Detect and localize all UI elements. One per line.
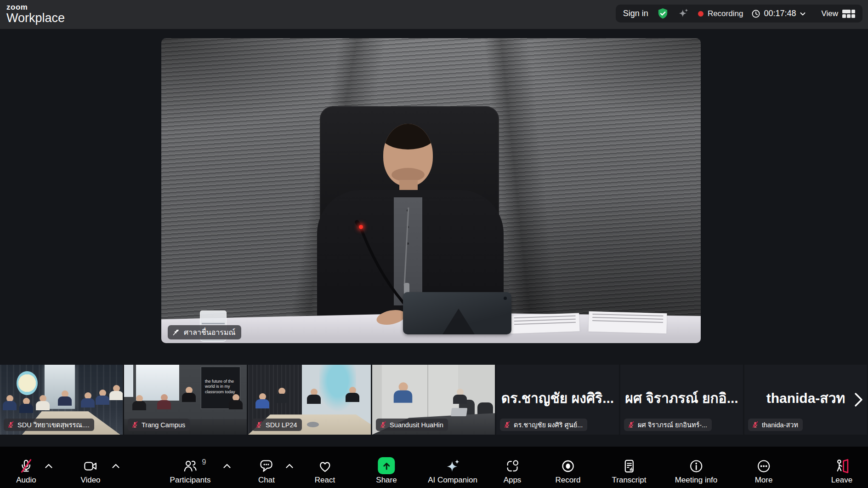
participant-name-tag: SDU วิทยาเขตสุพรรณ.... xyxy=(4,419,94,431)
filmstrip-scroll-right-button[interactable] xyxy=(851,390,866,410)
apps-button[interactable]: Apps xyxy=(504,457,522,485)
ai-companion-label: AI Companion xyxy=(428,476,477,485)
react-label: React xyxy=(315,476,335,485)
meeting-info-button[interactable]: Meeting info xyxy=(675,457,718,485)
participant-tile[interactable]: Suandusit HuaHin xyxy=(372,365,495,435)
participant-tile[interactable]: SDU LP24 xyxy=(248,365,371,435)
recording-indicator: Recording xyxy=(698,9,743,18)
speaker-name-tag: ศาลาชื่นอารมณ์ xyxy=(168,325,241,339)
share-label: Share xyxy=(376,476,397,485)
view-button[interactable]: View xyxy=(821,9,855,18)
chat-options-chevron[interactable] xyxy=(285,462,294,471)
chevron-right-icon xyxy=(853,392,864,408)
participant-name: ผศ จิราภรณ์ ยกอินทร์-... xyxy=(638,419,707,430)
pin-icon xyxy=(172,329,180,336)
ai-companion-sparkle-icon[interactable] xyxy=(677,7,690,20)
heart-icon xyxy=(317,457,333,474)
recording-dot-icon xyxy=(698,11,703,17)
top-controls-pill: Sign in Recording 00:17:48 xyxy=(616,5,862,23)
paper-document xyxy=(510,313,579,333)
audio-options-chevron[interactable] xyxy=(45,462,53,471)
transcript-icon xyxy=(621,457,637,474)
meeting-timer[interactable]: 00:17:48 xyxy=(751,9,806,18)
participants-label: Participants xyxy=(170,476,211,485)
participant-display-name: ดร.ชาญชัย ผงศิริ... xyxy=(496,387,619,409)
participant-name: thanida-สวท xyxy=(762,419,798,430)
participant-tile[interactable]: SDU วิทยาเขตสุพรรณ.... xyxy=(0,365,123,435)
transcript-label: Transcript xyxy=(612,476,647,485)
leave-door-icon xyxy=(834,457,850,474)
view-label: View xyxy=(821,9,838,18)
participant-name: Suandusit HuaHin xyxy=(390,421,443,429)
react-button[interactable]: React xyxy=(315,457,335,485)
apps-icon xyxy=(505,457,521,474)
record-icon xyxy=(560,457,576,474)
ellipsis-icon xyxy=(755,457,772,474)
participant-tile[interactable]: the future of the world is in my classro… xyxy=(124,365,247,435)
transcript-button[interactable]: Transcript xyxy=(612,457,647,485)
meeting-toolbar: Audio Video 9 Participants xyxy=(0,447,868,488)
participant-name: SDU LP24 xyxy=(266,421,297,429)
logo-workplace-text: Workplace xyxy=(6,12,65,24)
more-label: More xyxy=(755,476,773,485)
video-label: Video xyxy=(80,476,100,485)
participant-tile[interactable]: thanida-สวท thanida-สวท xyxy=(744,365,867,435)
gallery-grid-icon xyxy=(842,10,855,18)
participant-name-tag: thanida-สวท xyxy=(748,419,803,431)
recording-label: Recording xyxy=(708,9,743,18)
main-speaker-video: ศาลาชื่นอารมณ์ xyxy=(161,38,701,343)
participant-name-tag: ผศ จิราภรณ์ ยกอินทร์-... xyxy=(624,419,712,431)
zoom-workplace-logo: zoom Workplace xyxy=(6,3,65,24)
chevron-down-icon[interactable] xyxy=(799,10,806,17)
leave-label: Leave xyxy=(831,476,852,485)
mic-muted-icon xyxy=(18,457,34,474)
tablet-device xyxy=(403,292,511,334)
ai-companion-button[interactable]: AI Companion xyxy=(428,457,477,485)
participant-name-tag: Suandusit HuaHin xyxy=(376,419,448,431)
sign-in-button[interactable]: Sign in xyxy=(623,9,648,18)
mic-muted-icon xyxy=(131,421,138,428)
camera-icon xyxy=(83,457,99,474)
participants-button[interactable]: 9 Participants xyxy=(170,457,211,485)
record-label: Record xyxy=(556,476,581,485)
participant-name-tag: SDU LP24 xyxy=(252,419,302,431)
top-bar: zoom Workplace Sign in Recording xyxy=(0,0,868,29)
participant-name: ดร.ชาญชัย ผงศิริ ศูนย์... xyxy=(514,419,583,430)
chat-label: Chat xyxy=(258,476,275,485)
more-button[interactable]: More xyxy=(755,457,773,485)
audio-label: Audio xyxy=(16,476,36,485)
audio-button[interactable]: Audio xyxy=(16,457,36,485)
mic-muted-icon xyxy=(7,421,14,428)
mic-muted-icon xyxy=(255,421,262,428)
record-button[interactable]: Record xyxy=(556,457,581,485)
participants-icon: 9 xyxy=(182,457,198,474)
microphone-red-light xyxy=(359,225,363,229)
paper-document xyxy=(588,311,667,333)
speaker-name: ศาลาชื่นอารมณ์ xyxy=(184,327,235,338)
video-options-chevron[interactable] xyxy=(112,462,120,471)
leave-button[interactable]: Leave xyxy=(831,457,852,485)
share-button[interactable]: Share xyxy=(376,457,397,485)
video-button[interactable]: Video xyxy=(80,457,100,485)
mic-muted-icon xyxy=(628,421,635,428)
participants-options-chevron[interactable] xyxy=(223,462,231,471)
chat-bubble-icon xyxy=(258,457,274,474)
participant-name: SDU วิทยาเขตสุพรรณ.... xyxy=(17,419,90,430)
info-icon xyxy=(688,457,704,474)
meeting-info-label: Meeting info xyxy=(675,476,718,485)
participant-filmstrip: SDU วิทยาเขตสุพรรณ.... the future of the… xyxy=(0,365,868,435)
chat-button[interactable]: Chat xyxy=(258,457,275,485)
logo-zoom-text: zoom xyxy=(6,3,65,11)
participant-display-name: thanida-สวท xyxy=(744,387,867,409)
participant-tile[interactable]: ผศ จิราภรณ์ ยกอิ... ผศ จิราภรณ์ ยกอินทร์… xyxy=(620,365,743,435)
participant-name-tag: Trang Campus xyxy=(128,419,190,431)
participant-display-name: ผศ จิราภรณ์ ยกอิ... xyxy=(620,387,743,409)
participants-count-badge: 9 xyxy=(202,458,206,466)
apps-label: Apps xyxy=(504,476,522,485)
share-screen-icon xyxy=(378,457,395,474)
clock-icon xyxy=(751,9,760,18)
ai-sparkle-icon xyxy=(444,457,461,474)
participant-tile[interactable]: ดร.ชาญชัย ผงศิริ... ดร.ชาญชัย ผงศิริ ศูน… xyxy=(496,365,619,435)
security-shield-icon[interactable] xyxy=(657,7,669,20)
mic-muted-icon xyxy=(752,421,759,428)
